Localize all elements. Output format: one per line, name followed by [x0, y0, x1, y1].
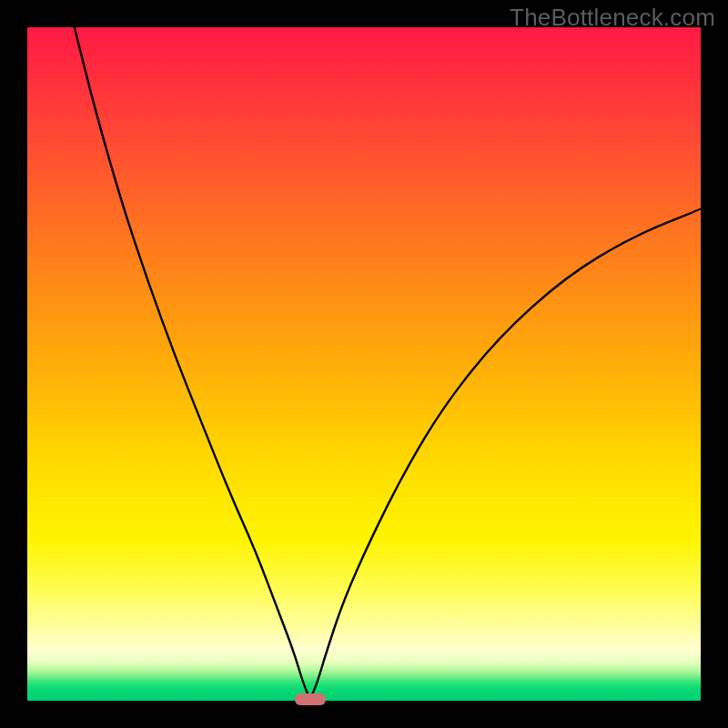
optimal-point-marker: [295, 693, 326, 705]
bottleneck-curve: [27, 27, 701, 701]
watermark-text: TheBottleneck.com: [510, 4, 715, 32]
chart-frame: TheBottleneck.com: [0, 0, 728, 728]
curve-path: [75, 27, 701, 695]
